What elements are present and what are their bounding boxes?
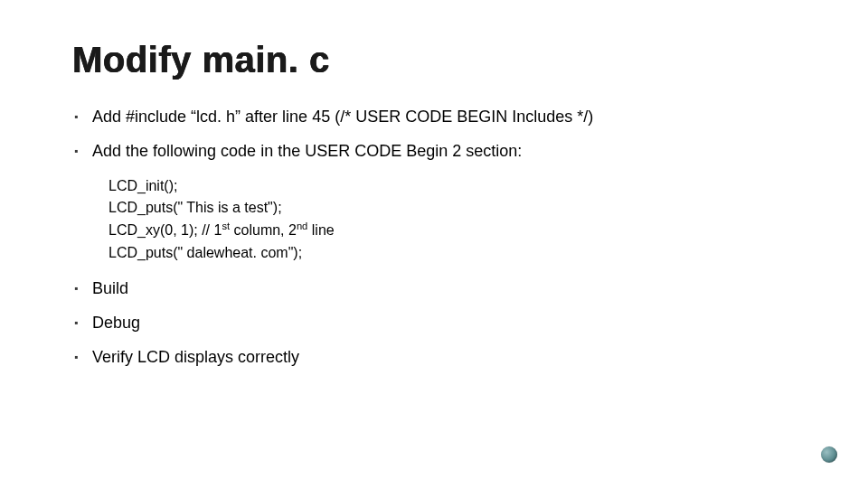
bullet-text: Add the following code in the USER CODE … [92, 142, 522, 160]
code-block: LCD_init(); LCD_puts(" This is a test");… [108, 175, 796, 265]
slide-title: Modify main. c [72, 40, 796, 80]
bullet-item: Debug [72, 312, 796, 333]
superscript: st [222, 221, 230, 231]
decorative-dot-icon [821, 446, 837, 463]
bullet-text: Build [92, 279, 128, 297]
bullet-item: Build [72, 277, 796, 299]
bullet-text: Debug [92, 314, 140, 332]
code-text: line [307, 222, 334, 238]
bullet-item: Verify LCD displays correctly [72, 346, 796, 368]
code-text: column, 2 [230, 222, 297, 238]
bullet-item: Add the following code in the USER CODE … [72, 140, 796, 162]
code-line: LCD_xy(0, 1); // 1st column, 2nd line [108, 220, 796, 242]
code-text: LCD_xy(0, 1); // 1 [108, 222, 222, 238]
code-line: LCD_init(); [108, 175, 796, 198]
code-line: LCD_puts(" This is a test"); [108, 197, 796, 220]
superscript: nd [297, 221, 307, 231]
slide: Modify main. c Add #include “lcd. h” aft… [0, 0, 868, 488]
bullet-list: Add #include “lcd. h” after line 45 (/* … [72, 106, 796, 369]
bullet-text: Verify LCD displays correctly [92, 348, 299, 366]
code-line: LCD_puts(" dalewheat. com"); [108, 242, 796, 265]
bullet-item: Add #include “lcd. h” after line 45 (/* … [72, 106, 796, 127]
bullet-text: Add #include “lcd. h” after line 45 (/* … [92, 108, 593, 126]
